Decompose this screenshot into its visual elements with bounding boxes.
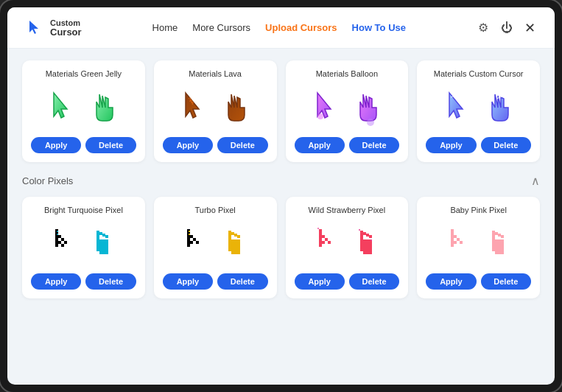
cursor-card-green-jelly: Materials Green Jelly	[22, 60, 145, 162]
svg-rect-12	[58, 235, 61, 238]
nav: Home More Cursors Upload Cursors How To …	[152, 22, 406, 33]
close-icon[interactable]: ✕	[524, 21, 537, 35]
svg-rect-36	[187, 244, 190, 247]
svg-rect-39	[193, 238, 196, 241]
color-pixels-section-title: Color Pixels	[22, 175, 73, 186]
header: Custom Cursor Home More Cursors Upload C…	[7, 7, 555, 49]
delete-button-baby-pink[interactable]: Delete	[481, 273, 531, 290]
card-title-baby-pink: Baby Pink Pixel	[450, 206, 506, 214]
card-buttons-strawberry: Apply Delete	[295, 273, 400, 290]
svg-rect-63	[328, 241, 331, 244]
apply-button-baby-pink[interactable]: Apply	[426, 273, 476, 290]
svg-rect-37	[190, 241, 193, 244]
svg-rect-72	[360, 242, 372, 245]
svg-rect-96	[492, 245, 504, 248]
device-frame: Custom Cursor Home More Cursors Upload C…	[0, 0, 562, 392]
svg-rect-94	[492, 239, 504, 242]
svg-rect-44	[228, 234, 231, 237]
cursor-arrow-custom	[443, 88, 476, 127]
delete-button-balloon[interactable]: Delete	[349, 137, 399, 153]
nav-home[interactable]: Home	[152, 22, 178, 33]
svg-rect-41	[189, 231, 190, 232]
svg-rect-69	[366, 234, 369, 237]
svg-rect-76	[359, 229, 360, 231]
gear-icon[interactable]: ⚙	[477, 21, 490, 35]
svg-rect-35	[187, 241, 190, 244]
svg-rect-67	[360, 237, 363, 239]
svg-rect-8	[55, 241, 58, 244]
delete-button-green-jelly[interactable]: Delete	[85, 137, 136, 153]
card-title-green-jelly: Materials Green Jelly	[46, 69, 122, 78]
svg-rect-42	[189, 234, 190, 235]
logo-cursor-icon	[25, 18, 46, 38]
cursor-arrow-lava	[180, 88, 212, 127]
delete-button-turbo[interactable]: Delete	[217, 273, 267, 290]
card-title-custom-cursor: Materials Custom Cursor	[434, 69, 524, 78]
cursor-hand-baby-pink	[482, 225, 514, 263]
logo-text: Custom Cursor	[50, 19, 82, 37]
apply-button-balloon[interactable]: Apply	[295, 137, 345, 153]
svg-rect-60	[322, 241, 325, 244]
svg-rect-7	[55, 238, 58, 241]
svg-rect-84	[454, 241, 457, 244]
svg-point-1	[367, 119, 374, 126]
svg-rect-9	[55, 244, 58, 247]
delete-button-strawberry[interactable]: Delete	[349, 273, 399, 290]
svg-rect-21	[102, 234, 105, 237]
svg-rect-30	[99, 251, 108, 254]
svg-rect-46	[231, 232, 234, 235]
delete-button-custom-cursor[interactable]: Delete	[481, 137, 531, 153]
svg-rect-68	[363, 232, 366, 235]
svg-rect-43	[228, 231, 231, 234]
cursor-images-lava	[180, 85, 250, 130]
apply-button-custom-cursor[interactable]: Apply	[426, 137, 476, 153]
power-icon[interactable]: ⏻	[500, 21, 513, 35]
apply-button-green-jelly[interactable]: Apply	[31, 137, 81, 153]
apply-button-strawberry[interactable]: Apply	[295, 273, 345, 290]
svg-rect-13	[61, 238, 64, 241]
svg-rect-19	[96, 237, 99, 239]
materials-grid: Materials Green Jelly	[22, 60, 540, 162]
card-title-strawberry: Wild Strawberry Pixel	[309, 206, 386, 214]
cursor-arrow-turbo	[180, 225, 212, 263]
svg-rect-74	[360, 248, 372, 251]
card-buttons-turbo: Apply Delete	[163, 273, 268, 290]
collapse-icon[interactable]: ∧	[531, 174, 540, 188]
apply-button-lava[interactable]: Apply	[163, 137, 213, 153]
nav-upload-cursors[interactable]: Upload Cursors	[265, 22, 337, 33]
svg-rect-6	[55, 235, 58, 238]
cursor-card-custom-cursor: Materials Custom Cursor	[417, 60, 540, 162]
svg-rect-66	[360, 234, 363, 237]
cursor-hand-turquoise	[86, 225, 119, 263]
apply-button-turbo[interactable]: Apply	[163, 273, 213, 290]
delete-button-lava[interactable]: Delete	[217, 137, 267, 153]
svg-rect-97	[492, 248, 504, 251]
svg-rect-56	[319, 235, 322, 238]
svg-rect-25	[102, 239, 105, 242]
svg-rect-91	[495, 232, 498, 235]
card-title-turquoise: Bright Turquoise Pixel	[44, 206, 123, 214]
svg-rect-29	[96, 248, 108, 251]
cursor-hand-custom	[482, 88, 514, 127]
cursor-hand-strawberry	[350, 225, 382, 263]
svg-rect-14	[64, 241, 67, 244]
svg-rect-48	[237, 235, 240, 238]
card-title-turbo: Turbo Pixel	[195, 206, 236, 214]
svg-rect-34	[187, 238, 190, 241]
apply-button-turquoise[interactable]: Apply	[31, 273, 81, 290]
svg-rect-53	[231, 251, 240, 254]
cursor-arrow-turquoise	[48, 225, 80, 263]
nav-more-cursors[interactable]: More Cursors	[192, 22, 250, 33]
card-title-lava: Materials Lava	[189, 69, 242, 78]
svg-rect-40	[196, 241, 199, 244]
cursor-images-balloon	[312, 85, 382, 130]
svg-rect-92	[498, 234, 501, 237]
svg-rect-71	[360, 239, 372, 242]
app-window: Custom Cursor Home More Cursors Upload C…	[7, 7, 555, 385]
svg-rect-23	[96, 239, 99, 242]
cursor-hand-green-jelly	[86, 88, 119, 127]
delete-button-turquoise[interactable]: Delete	[85, 273, 136, 290]
svg-rect-98	[495, 251, 504, 254]
card-buttons-baby-pink: Apply Delete	[426, 273, 531, 290]
nav-how-to-use[interactable]: How To Use	[352, 22, 406, 33]
